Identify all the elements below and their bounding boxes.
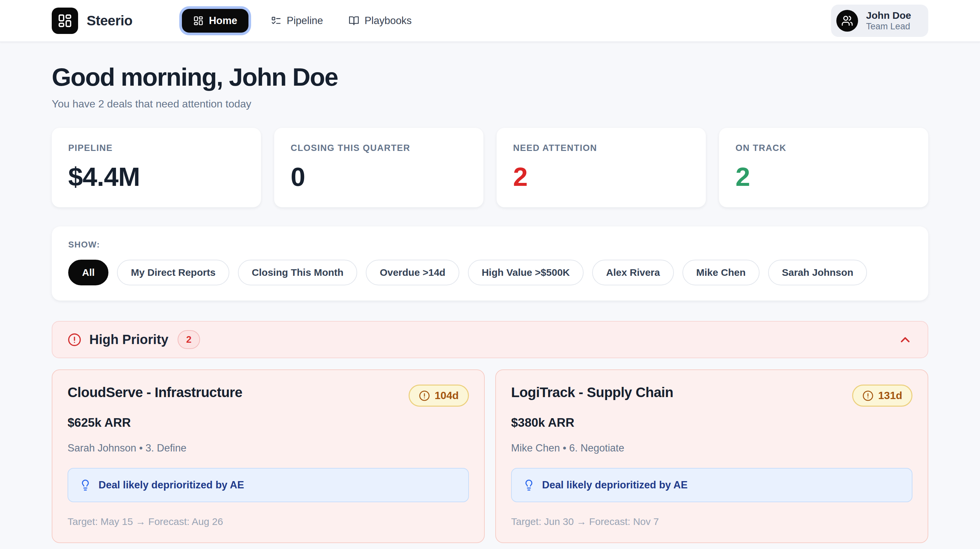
filter-panel: SHOW: All My Direct Reports Closing This… <box>52 226 928 301</box>
deal-timeline: Target: Jun 30 → Forecast: Nov 7 <box>511 516 912 527</box>
alert-circle-icon <box>862 390 873 401</box>
top-navigation-bar: Steerio Home Pipeline <box>0 0 980 42</box>
lightbulb-icon <box>523 479 535 491</box>
stat-label: CLOSING THIS QUARTER <box>291 143 467 153</box>
deal-age: 104d <box>434 390 459 402</box>
filter-label: SHOW: <box>68 240 912 250</box>
nav-label-home: Home <box>209 15 237 27</box>
filter-chip-all[interactable]: All <box>68 260 108 285</box>
deal-timeline: Target: May 15 → Forecast: Aug 26 <box>68 516 469 527</box>
alert-circle-icon <box>419 390 430 401</box>
user-name: John Doe <box>866 10 911 21</box>
section-count-badge: 2 <box>178 330 200 349</box>
nav-label-pipeline: Pipeline <box>287 15 323 27</box>
stat-label: ON TRACK <box>735 143 912 153</box>
nav-item-home[interactable]: Home <box>182 9 248 33</box>
deal-insight: Deal likely deprioritized by AE <box>68 468 469 502</box>
filter-chip-alex-rivera[interactable]: Alex Rivera <box>592 260 673 285</box>
deal-name: CloudServe - Infrastructure <box>68 385 242 400</box>
deal-card-logitrack[interactable]: LogiTrack - Supply Chain 131d $380k ARR … <box>495 369 928 543</box>
insight-text: Deal likely deprioritized by AE <box>99 479 244 491</box>
dashboard-main: Good morning, John Doe You have 2 deals … <box>52 42 928 549</box>
main-nav: Home Pipeline Playbooks <box>182 9 415 33</box>
stat-value: 2 <box>513 162 689 192</box>
stat-value: 2 <box>735 162 912 192</box>
dashboard-icon <box>193 16 204 26</box>
insight-text: Deal likely deprioritized by AE <box>542 479 688 491</box>
app-logo-icon <box>52 8 78 34</box>
filter-chip-my-direct-reports[interactable]: My Direct Reports <box>117 260 229 285</box>
stat-card-need-attention: NEED ATTENTION 2 <box>496 128 706 207</box>
deal-age-badge: 104d <box>409 385 469 407</box>
filter-chip-overdue[interactable]: Overdue >14d <box>366 260 459 285</box>
deal-arr: $380k ARR <box>511 416 912 430</box>
stat-label: NEED ATTENTION <box>513 143 689 153</box>
nav-item-pipeline[interactable]: Pipeline <box>267 9 326 33</box>
stat-value: $4.4M <box>68 162 245 192</box>
user-role: Team Lead <box>866 21 911 32</box>
stat-value: 0 <box>291 162 467 192</box>
high-priority-deals: CloudServe - Infrastructure 104d $625k A… <box>52 369 928 543</box>
deal-insight: Deal likely deprioritized by AE <box>511 468 912 502</box>
deal-owner-stage: Sarah Johnson • 3. Define <box>68 442 469 454</box>
open-book-icon <box>348 16 359 26</box>
filter-chips: All My Direct Reports Closing This Month… <box>68 260 912 285</box>
deal-name: LogiTrack - Supply Chain <box>511 385 673 400</box>
filter-chip-high-value[interactable]: High Value >$500K <box>468 260 584 285</box>
stats-row: PIPELINE $4.4M CLOSING THIS QUARTER 0 NE… <box>52 128 928 207</box>
user-menu[interactable]: John Doe Team Lead <box>831 5 928 37</box>
stat-card-closing-quarter: CLOSING THIS QUARTER 0 <box>274 128 484 207</box>
brand-name: Steerio <box>87 13 132 29</box>
deal-owner-stage: Mike Chen • 6. Negotiate <box>511 442 912 454</box>
filter-chip-sarah-johnson[interactable]: Sarah Johnson <box>768 260 867 285</box>
filter-chip-mike-chen[interactable]: Mike Chen <box>682 260 760 285</box>
stat-card-pipeline: PIPELINE $4.4M <box>52 128 261 207</box>
page-title: Good morning, John Doe <box>52 63 928 91</box>
deal-arr: $625k ARR <box>68 416 469 430</box>
stat-card-on-track: ON TRACK 2 <box>719 128 928 207</box>
section-title: High Priority <box>89 332 169 347</box>
deal-card-cloudserve[interactable]: CloudServe - Infrastructure 104d $625k A… <box>52 369 485 543</box>
section-header-high-priority[interactable]: High Priority 2 <box>52 321 928 358</box>
stat-label: PIPELINE <box>68 143 245 153</box>
lightbulb-icon <box>80 479 91 491</box>
filter-chip-closing-this-month[interactable]: Closing This Month <box>238 260 357 285</box>
nav-label-playbooks: Playbooks <box>364 15 412 27</box>
brand: Steerio <box>52 8 132 34</box>
deal-age-badge: 131d <box>852 385 912 407</box>
list-checks-icon <box>271 16 282 26</box>
chevron-up-icon[interactable] <box>898 333 912 347</box>
deal-age: 131d <box>878 390 902 402</box>
page-subtitle: You have 2 deals that need attention tod… <box>52 98 928 110</box>
users-icon <box>836 10 858 32</box>
nav-item-playbooks[interactable]: Playbooks <box>345 9 415 33</box>
alert-circle-icon <box>68 333 81 347</box>
